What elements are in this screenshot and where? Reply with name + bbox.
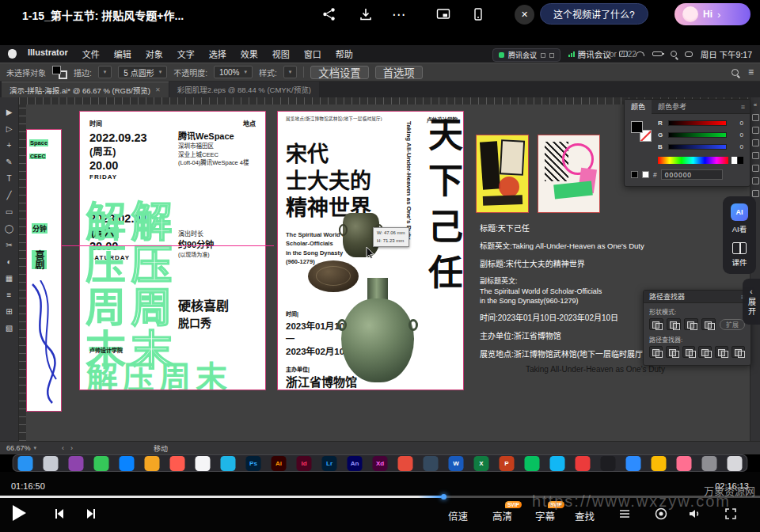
dock-app-icon[interactable] <box>728 456 743 471</box>
divide-icon[interactable] <box>649 346 663 358</box>
black-swatch[interactable] <box>631 171 638 178</box>
menu-item[interactable]: 选择 <box>209 48 226 60</box>
dock-app-icon[interactable] <box>196 456 211 471</box>
dock-app-icon[interactable] <box>550 456 565 471</box>
dock-app-icon[interactable]: W <box>449 456 464 471</box>
control-center-icon[interactable] <box>685 51 693 57</box>
tool-button[interactable]: ▦ <box>3 273 16 283</box>
tool-button[interactable]: ⊞ <box>3 306 16 317</box>
tool-button[interactable]: ≡ <box>3 290 16 300</box>
dock-app-icon[interactable] <box>69 456 84 471</box>
more-icon[interactable]: ⋯ <box>390 5 408 24</box>
tab-other-document[interactable]: 彩图肌理2.eps @ 88.44 % (CMYK/预览) <box>169 82 319 97</box>
progress-playhead[interactable] <box>441 494 446 500</box>
panel-icon[interactable] <box>752 127 759 134</box>
battery-icon[interactable] <box>652 51 663 56</box>
fill-stroke-proxy[interactable] <box>631 121 652 142</box>
menu-item[interactable]: 帮助 <box>336 48 353 60</box>
document-setup-button[interactable]: 文档设置 <box>310 66 368 79</box>
dock-app-icon[interactable]: Ai <box>272 456 287 471</box>
dock-app-icon[interactable] <box>652 456 667 471</box>
green-value[interactable]: 0 <box>731 131 743 139</box>
wifi-icon[interactable] <box>636 51 644 56</box>
menu-item[interactable]: 文件 <box>82 48 100 60</box>
panel-menu-icon[interactable]: ≡ <box>748 66 754 78</box>
dock-app-icon[interactable] <box>398 456 413 471</box>
ask-ai-button[interactable]: 这个视频讲了什么? <box>540 3 648 25</box>
collapse-panels-icon[interactable]: « <box>754 101 757 108</box>
dock-app-icon[interactable] <box>525 456 540 471</box>
style-dropdown[interactable]: ▾ <box>283 66 298 78</box>
unite-icon[interactable] <box>649 318 663 330</box>
download-icon[interactable] <box>356 5 375 24</box>
black-white-swatches[interactable] <box>732 157 743 164</box>
artboard-collage-yellow[interactable] <box>476 135 529 213</box>
next-episode-button[interactable] <box>84 507 98 524</box>
ai-summary-button[interactable]: AI看 <box>732 223 747 234</box>
play-button[interactable] <box>13 505 26 521</box>
menu-item[interactable]: 对象 <box>146 48 163 60</box>
artboard-poster-song[interactable]: 展览地点|浙江博物馆武林馆(地下一层临时展厅) 卢帅设计学院 宋代 士大夫的 精… <box>277 111 464 390</box>
tool-button[interactable]: + <box>3 140 16 150</box>
exclude-icon[interactable] <box>701 318 716 330</box>
share-icon[interactable] <box>320 5 339 24</box>
intersect-icon[interactable] <box>684 318 698 330</box>
color-spectrum[interactable] <box>658 157 728 164</box>
stroke-weight-dropdown[interactable]: ▾ <box>98 66 112 78</box>
mini-player-icon[interactable] <box>434 5 453 24</box>
dock-app-icon[interactable] <box>170 456 185 471</box>
zoom-level-dropdown[interactable]: 66.67%▾ <box>6 444 36 452</box>
courseware-icon[interactable] <box>732 242 747 254</box>
courseware-button[interactable]: 课件 <box>732 256 747 268</box>
dock-app-icon[interactable]: An <box>348 456 363 471</box>
bronze-vase-image[interactable] <box>341 278 414 382</box>
dock-app-icon[interactable] <box>424 456 439 471</box>
blue-value[interactable]: 0 <box>731 143 743 150</box>
dock-app-icon[interactable]: P <box>500 456 515 471</box>
meeting-indicator[interactable]: 腾讯会议 <box>568 48 611 60</box>
expand-button[interactable]: 扩展 <box>720 319 745 330</box>
opacity-dropdown[interactable]: 100%▾ <box>214 66 253 78</box>
blue-slider[interactable] <box>668 144 727 150</box>
menu-item[interactable]: 视图 <box>272 48 290 60</box>
panel-icon[interactable] <box>752 139 759 146</box>
minus-back-icon[interactable] <box>732 346 745 358</box>
dock-app-icon[interactable] <box>18 456 33 471</box>
dock-app-icon[interactable] <box>601 456 616 471</box>
dock-app-icon[interactable] <box>626 456 641 471</box>
dock-app-icon[interactable] <box>44 456 59 471</box>
menu-item[interactable]: 编辑 <box>114 48 131 60</box>
panel-icon[interactable] <box>752 190 759 197</box>
tencent-meeting-mini-bar[interactable]: 腾讯会议 <box>492 48 560 62</box>
white-swatch[interactable] <box>642 171 649 178</box>
tab-current-document[interactable]: 演示-拼贴-海报.ai* @ 66.67 % (RGB/预览) ✕ <box>2 82 169 97</box>
playback-speed-button[interactable]: 倍速 <box>448 508 468 523</box>
merge-icon[interactable] <box>682 346 696 358</box>
ai-icon[interactable]: AI <box>731 203 748 221</box>
panel-icon[interactable] <box>752 152 759 159</box>
tool-button[interactable]: ✂ <box>3 240 16 250</box>
expand-sidebar-button[interactable]: ‹ 展开 <box>743 279 760 325</box>
meeting-camera-icon[interactable] <box>549 53 554 58</box>
panel-icon[interactable] <box>752 114 759 121</box>
prev-artboard-icon[interactable]: ‹ <box>62 444 64 452</box>
tab-color-guide[interactable]: 颜色参考 <box>652 100 693 114</box>
crop-icon[interactable] <box>698 346 712 358</box>
previous-episode-button[interactable] <box>52 507 66 524</box>
apple-icon[interactable] <box>8 49 17 59</box>
tool-button[interactable]: ▧ <box>3 323 16 333</box>
meeting-mic-icon[interactable] <box>541 53 545 58</box>
menu-item[interactable]: 文字 <box>177 48 195 60</box>
tool-button[interactable]: ▭ <box>3 207 16 217</box>
panel-icon[interactable] <box>752 177 759 184</box>
spotlight-search-icon[interactable] <box>671 51 677 57</box>
fill-swatch[interactable] <box>52 66 61 74</box>
red-slider[interactable] <box>668 120 727 126</box>
dock-app-icon[interactable]: X <box>474 456 489 471</box>
menu-item[interactable]: 窗口 <box>304 48 321 60</box>
tool-button[interactable]: ▶ <box>3 107 16 117</box>
search-icon[interactable] <box>732 69 739 76</box>
dock-app-icon[interactable]: Ps <box>246 456 261 471</box>
dock-app-icon[interactable] <box>145 456 160 471</box>
brush-dropdown[interactable]: 5 点圆形▾ <box>118 66 167 78</box>
